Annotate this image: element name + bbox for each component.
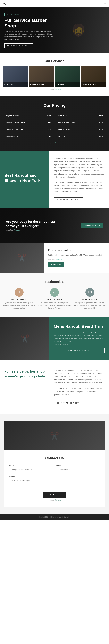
submit-button[interactable]: SUBMIT [43, 492, 66, 498]
testimonials-section: Testimonials SL STELLA LONDON Quis ipsum… [0, 273, 109, 317]
pricing-price-3: $55+ [99, 121, 103, 124]
mens-title: Mens Haircut, Beard Trim [54, 324, 105, 329]
pricing-item-1: Royal Shave $35+ [54, 112, 106, 119]
fullservice-left: Full service barber shop & men's groomin… [4, 369, 48, 406]
testimonial-name-1: NICK SPONSOR [38, 298, 71, 300]
testimonials-grid: SL STELLA LONDON Quis ipsum suspendisse … [3, 288, 106, 310]
shave-section: Are you ready for the smoothest shave yo… [0, 208, 109, 243]
service-card-haircuts[interactable]: HAIRCUTS [3, 66, 28, 87]
contact-title: Contact Us [9, 456, 100, 460]
pricing-price-6: $30+ [47, 135, 51, 138]
hero-person-image: 🧔 [51, 7, 106, 53]
pricing-title: Our Pricing [3, 103, 106, 108]
phone-input[interactable] [9, 467, 53, 472]
service-label-razor: RAZOR BLADE [82, 84, 96, 85]
pricing-item-4: Beard Trim Machine $23+ [3, 126, 54, 133]
consultation-image: ✂️ [0, 243, 44, 273]
best-haircut-section: Best Haircut and Shave in New York Amet … [0, 151, 109, 208]
pricing-name-0: Regular Haircut [6, 114, 19, 116]
pricing-item-7: Men's Facial $35+ [54, 133, 106, 140]
hero-section: 🧔 Full Service Full Service Barber Shop … [0, 7, 109, 53]
consultation-section: ✂️ Free consultation Get in touch with o… [0, 243, 109, 273]
service-label-shaving: SHAVING [56, 84, 65, 85]
pricing-grid: Regular Haircut $34+ Royal Shave $35+ Ha… [3, 112, 106, 140]
pricing-name-4: Beard Trim Machine [6, 128, 23, 130]
logo: logo [3, 2, 7, 5]
pricing-item-0: Regular Haircut $34+ [3, 112, 54, 119]
phone-label: PHONE [9, 464, 53, 466]
mens-image-credit: Image from Unsplash [54, 344, 105, 346]
pricing-name-5: Beard + Facial [57, 128, 70, 130]
testimonial-text-1: Quis ipsum suspendisse ultrices gravida.… [38, 301, 71, 310]
message-textarea[interactable] [9, 478, 100, 490]
testimonials-title: Testimonials [3, 280, 106, 284]
testimonial-card-2: ES ELSA SPONSOR Quis ipsum suspendisse u… [74, 288, 106, 310]
name-field: NAME [56, 464, 100, 472]
service-card-beard[interactable]: BEARD & MORE [29, 66, 54, 87]
hero-cta-button[interactable]: BOOK AN APPOINTMENT [4, 44, 33, 48]
pricing-image-link[interactable]: Unsplash [55, 142, 61, 144]
shave-phone-button[interactable]: +1 (777) 787 87 78 [81, 223, 103, 228]
consultation-description: Get in touch with our expert barbers for… [48, 254, 105, 256]
service-card-razor[interactable]: RAZOR BLADE [81, 66, 106, 87]
service-label-beard: BEARD & MORE [30, 84, 44, 85]
best-haircut-right: Amet luctus venenatis lectus magna fring… [49, 151, 109, 208]
message-label: Message [9, 475, 100, 477]
pricing-name-6: Haircut and Facial [6, 135, 21, 138]
mens-image-link[interactable]: Unsplash [61, 344, 68, 346]
shave-title: Are you ready for the smoothest shave yo… [6, 220, 55, 228]
phone-field: PHONE [9, 464, 53, 472]
name-input[interactable] [56, 467, 100, 472]
pricing-price-4: $23+ [47, 128, 51, 130]
service-card-shaving[interactable]: SHAVING [55, 66, 80, 87]
pricing-price-1: $35+ [99, 114, 103, 116]
best-haircut-left: Best Haircut and Shave in New York [0, 151, 49, 208]
services-image-link[interactable]: Unsplash [55, 88, 61, 90]
contact-image-credit: Image from Unsplash [9, 499, 100, 501]
services-title: Our Services [3, 59, 106, 63]
best-haircut-cta-button[interactable]: BOOK AN APPOINTMENT [54, 198, 83, 202]
mens-description: Amet luctus venenatis lectus magna fring… [54, 332, 105, 343]
contact-image-link[interactable]: Unsplash [55, 499, 61, 501]
contact-form-grid: PHONE NAME Message [9, 464, 100, 490]
shave-content: Are you ready for the smoothest shave yo… [6, 220, 55, 231]
contact-bg-image: ✂️ [4, 421, 105, 450]
best-haircut-title: Best Haircut and Shave in New York [4, 173, 45, 183]
testimonial-name-0: STELLA LONDON [3, 298, 35, 300]
fullservice-desc2: Ut tur id ip in this so thing lupis biba… [54, 387, 105, 396]
contact-section: ✂️ Contact Us PHONE NAME Message SUBMIT … [0, 414, 109, 514]
fullservice-right: Ante malesuada proin egestas integer nis… [54, 369, 105, 406]
hero-description: Amet luctus venenatis lectus magna fring… [4, 30, 54, 40]
services-image-credit: Image from Unsplash [3, 88, 106, 90]
message-field: Message [9, 475, 100, 490]
menu-icon[interactable]: ≡ [104, 2, 106, 5]
mens-section: ✂️ Mens Haircut, Beard Trim Amet luctus … [0, 317, 109, 360]
pricing-item-5: Beard + Facial $55+ [54, 126, 106, 133]
fullservice-cta-button[interactable]: BOOK AN APPOINTMENT [54, 401, 83, 406]
fullservice-desc1: Ante malesuada proin egestas integer nis… [54, 369, 105, 384]
testimonial-avatar-0: SL [15, 288, 24, 297]
testimonial-name-2: ELSA SPONSOR [74, 298, 106, 300]
consultation-image-credit: Image from Unsplash [48, 259, 105, 260]
pricing-section: Our Pricing Regular Haircut $34+ Royal S… [0, 96, 109, 151]
hero-badge: Full Service [4, 13, 21, 16]
footer-text: Copyright 2023 / Subject to the User Sub… [3, 516, 106, 518]
testimonial-text-2: Quis ipsum suspendisse ultrices gravida.… [74, 301, 106, 310]
contact-form-area: Contact Us PHONE NAME Message SUBMIT Ima… [4, 450, 105, 507]
pricing-price-0: $34+ [47, 114, 51, 116]
shave-image-credit: Image from Unsplash [6, 229, 55, 231]
hero-title: Full Service Barber Shop [4, 18, 54, 29]
footer: Copyright 2023 / Subject to the User Sub… [0, 514, 109, 520]
pricing-name-2: Haircut + Royal Shave [6, 121, 25, 124]
mens-cta-button[interactable]: BOOK AN APPOINTMENT [54, 348, 105, 353]
pricing-name-7: Men's Facial [57, 135, 68, 138]
pricing-name-1: Royal Shave [57, 114, 68, 116]
testimonial-card-0: SL STELLA LONDON Quis ipsum suspendisse … [3, 288, 35, 310]
shave-image-link[interactable]: Unsplash [14, 229, 20, 231]
name-label: NAME [56, 464, 100, 466]
pricing-price-7: $35+ [99, 135, 103, 138]
consultation-content: Free consultation Get in touch with our … [44, 243, 109, 273]
pricing-price-5: $55+ [99, 128, 103, 130]
consultation-image-link[interactable]: Unsplash [56, 259, 62, 260]
consultation-cta-button[interactable]: BOOK NOW [48, 262, 64, 267]
